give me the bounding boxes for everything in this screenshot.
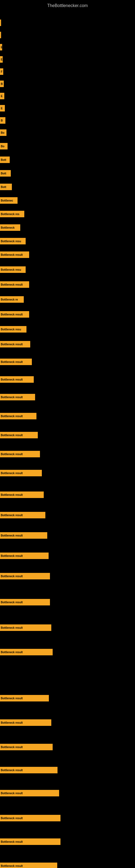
bar: Bottleneck result bbox=[0, 573, 50, 579]
bar: Bottleneck result bbox=[0, 492, 44, 498]
bar-label: Bottleneck resu bbox=[1, 328, 21, 331]
bar: Bottleneck result bbox=[0, 838, 60, 845]
bar: Bottleneck result bbox=[0, 451, 40, 457]
bar-row: Bottleneck result bbox=[0, 719, 135, 726]
bar-label: Bo bbox=[1, 145, 4, 148]
bar: Bottleneck result bbox=[0, 649, 53, 655]
bar-label: Bottleneck result bbox=[1, 343, 23, 346]
bar-label: E bbox=[1, 46, 2, 49]
bar-label: Bottleneck result bbox=[1, 415, 23, 418]
bar-row: Bottleneck result bbox=[0, 598, 135, 606]
bar: Bottleneck result bbox=[0, 815, 60, 822]
bar-row: Bottleneck result bbox=[0, 743, 135, 751]
bar-row: Bott bbox=[0, 183, 135, 191]
bar-label: Bottleneck result bbox=[1, 313, 23, 316]
bar-row: B bbox=[0, 117, 135, 124]
bar-row: Bottleneck result bbox=[0, 376, 135, 383]
bar-row: F bbox=[0, 68, 135, 75]
bar: Bottleneck result bbox=[0, 512, 45, 518]
bar: Bott bbox=[0, 156, 10, 163]
bar-label: Bottleneck result bbox=[1, 651, 23, 654]
bar-label: Bo bbox=[1, 131, 4, 134]
bar-label: Bottleneck result bbox=[1, 253, 23, 256]
bar: Bottleneck result bbox=[0, 376, 34, 383]
bar-label: E bbox=[1, 95, 3, 98]
bar: Bo bbox=[0, 129, 6, 136]
bar-label: Bottleneck result bbox=[1, 472, 23, 475]
bar-label: F bbox=[1, 70, 2, 73]
bar-row: Bottleneck resu bbox=[0, 237, 135, 245]
bar-row: Bottleneck resu bbox=[0, 326, 135, 333]
bar: Bottleneck result bbox=[0, 413, 37, 420]
bar-label: B bbox=[1, 83, 3, 86]
bar-label: Bottleneck result bbox=[1, 746, 23, 749]
bar: Bottleneck result bbox=[0, 470, 42, 476]
bar-row: Bottleneck bbox=[0, 224, 135, 231]
bar-row: Bott bbox=[0, 156, 135, 163]
bar-row: Bottleneck result bbox=[0, 393, 135, 401]
bar-label: Bottleneck result bbox=[1, 434, 23, 437]
bar: Bottleneck result bbox=[0, 790, 59, 796]
bar: Bottleneck result bbox=[0, 432, 38, 438]
bar-label: Bottleneck result bbox=[1, 378, 23, 381]
bar-row: Bottleneck re bbox=[0, 296, 135, 303]
bar: Bottleneck resu bbox=[0, 326, 27, 333]
bar-row: Bottlenec bbox=[0, 197, 135, 204]
bar-row: Bo bbox=[0, 143, 135, 150]
bar: Bottleneck result bbox=[0, 532, 47, 539]
bar: Bott bbox=[0, 184, 12, 190]
bar-row bbox=[0, 31, 135, 39]
bar-label: B bbox=[1, 119, 3, 122]
bar-row: E bbox=[0, 56, 135, 63]
bar-label: Bottleneck result bbox=[1, 626, 23, 629]
bar-label: Bott bbox=[1, 186, 6, 188]
bar-label: Bottleneck result bbox=[1, 283, 23, 286]
bar-row: Bottleneck result bbox=[0, 838, 135, 845]
bar: E bbox=[0, 56, 3, 63]
bar-row: Bottleneck result bbox=[0, 251, 135, 258]
bar-label: Bottleneck result bbox=[1, 396, 23, 399]
bar-label: Bottleneck resu bbox=[1, 240, 21, 243]
bar: Bottleneck result bbox=[0, 341, 30, 347]
bar: Bottleneck result bbox=[0, 281, 29, 288]
bar: Bottleneck result bbox=[0, 695, 49, 702]
bar-label: Bottleneck result bbox=[1, 697, 23, 700]
bar-row: Bottleneck result bbox=[0, 766, 135, 774]
bar: Bottleneck re bbox=[0, 296, 24, 303]
bar-row: Bottleneck result bbox=[0, 814, 135, 822]
bar-label: Bottleneck result bbox=[1, 361, 23, 364]
bar-label: E bbox=[1, 58, 3, 61]
bar-label: E bbox=[1, 107, 3, 110]
bar: Bottleneck res bbox=[0, 211, 24, 217]
bar-row: Bottleneck result bbox=[0, 491, 135, 499]
bar bbox=[0, 32, 1, 38]
bar-row: Bottleneck result bbox=[0, 469, 135, 477]
bar-row: Bo bbox=[0, 129, 135, 136]
bar-row: Bottleneck result bbox=[0, 340, 135, 348]
bar-row: Bottleneck result bbox=[0, 412, 135, 420]
bar: Bottleneck result bbox=[0, 719, 51, 726]
bar-label: Bottleneck result bbox=[1, 769, 23, 772]
bar-row: Bott bbox=[0, 169, 135, 177]
bar: Bottleneck result bbox=[0, 553, 49, 559]
bar-label: Bottleneck resu bbox=[1, 268, 21, 271]
bar-label: Bottleneck result bbox=[1, 601, 23, 604]
bar-label: Bottleneck result bbox=[1, 865, 23, 867]
bar-label: Bottleneck result bbox=[1, 554, 23, 557]
bar-label: Bottleneck result bbox=[1, 575, 23, 578]
bar-label: Bottleneck re bbox=[1, 298, 18, 301]
bar-row: Bottleneck result bbox=[0, 694, 135, 702]
bar: Bo bbox=[0, 143, 8, 150]
bar-row: E bbox=[0, 104, 135, 112]
bar: E bbox=[0, 105, 5, 112]
bar-label: Bottlenec bbox=[1, 199, 13, 202]
bar: Bottleneck result bbox=[0, 624, 51, 631]
bar: Bottleneck result bbox=[0, 744, 53, 750]
bar-row: Bottleneck res bbox=[0, 210, 135, 218]
bar-label: Bottleneck result bbox=[1, 840, 23, 843]
bar-label: Bottleneck result bbox=[1, 493, 23, 496]
bar: Bottleneck bbox=[0, 224, 20, 231]
bar-row: Bottleneck result bbox=[0, 648, 135, 656]
bar-label: Bottleneck result bbox=[1, 453, 23, 456]
bar: Bottleneck resu bbox=[0, 238, 26, 244]
